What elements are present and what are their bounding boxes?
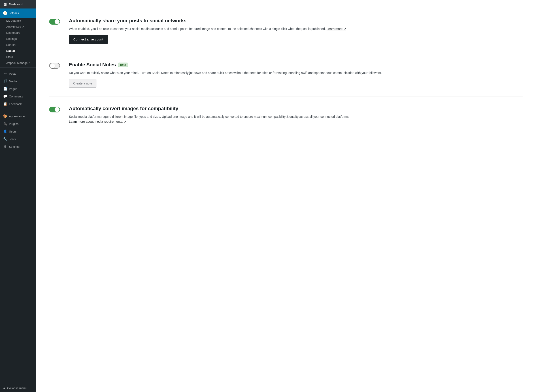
sidebar-item-plugins[interactable]: 🔌 Plugins [0, 120, 36, 128]
pages-label: Pages [9, 87, 17, 90]
comments-icon: 💬 [3, 94, 7, 98]
plugins-icon: 🔌 [3, 122, 7, 126]
jetpack-manage-label: Jetpack Manage [6, 61, 28, 65]
sidebar-item-social[interactable]: Social [0, 48, 36, 54]
sidebar-item-settings[interactable]: Settings [0, 36, 36, 42]
sidebar-item-pages[interactable]: 📄 Pages [0, 85, 36, 93]
settings-icon: ⚙ [3, 145, 7, 149]
jetpack-submenu: My Jetpack Activity Log ↗ Dashboard Sett… [0, 18, 36, 66]
settings-main-label: Settings [9, 145, 19, 148]
appearance-label: Appearance [9, 115, 25, 118]
external-link-icon-manage: ↗ [28, 61, 30, 64]
collapse-label: Collapse menu [7, 386, 27, 390]
auto-convert-content: Automatically convert images for compati… [69, 106, 522, 128]
main-content: Automatically share your posts to social… [36, 0, 536, 392]
sidebar-jetpack-label: Jetpack [9, 11, 19, 15]
auto-share-desc: When enabled, you'll be able to connect … [69, 26, 522, 31]
tools-label: Tools [9, 137, 16, 141]
sidebar-item-settings-main[interactable]: ⚙ Settings [0, 143, 36, 150]
auto-convert-toggle-col [49, 106, 60, 113]
settings-label: Settings [6, 37, 17, 40]
auto-share-content: Automatically share your posts to social… [69, 18, 522, 44]
auto-convert-title: Automatically convert images for compati… [69, 106, 522, 112]
tools-icon: 🔧 [3, 137, 7, 141]
collapse-icon: ◀ [3, 386, 5, 390]
auto-convert-desc: Social media platforms require different… [69, 114, 522, 124]
social-notes-toggle[interactable] [49, 63, 60, 69]
social-notes-content: Enable Social Notes Beta Do you want to … [69, 62, 522, 87]
social-label: Social [6, 49, 15, 52]
auto-convert-learn-more-link[interactable]: Learn more about media requirements. ↗ [69, 120, 127, 123]
dashboard-sub-label: Dashboard [6, 31, 21, 34]
dashboard-icon: ⊞ [3, 2, 7, 6]
sidebar-item-appearance[interactable]: 🎨 Appearance [0, 112, 36, 120]
sidebar-divider-2 [0, 110, 36, 110]
sidebar-item-feedback[interactable]: 📋 Feedback [0, 100, 36, 108]
sidebar-item-my-jetpack[interactable]: My Jetpack [0, 18, 36, 24]
sidebar-main-section: ✏ Posts 🎵 Media 📄 Pages 💬 Comments 📋 Fee… [0, 69, 36, 109]
users-icon: 👤 [3, 129, 7, 133]
sidebar-item-media[interactable]: 🎵 Media [0, 77, 36, 85]
posts-label: Posts [9, 72, 16, 75]
sidebar: ⊞ Dashboard ⚡ Jetpack › My Jetpack Activ… [0, 0, 36, 392]
feature-social-notes: Enable Social Notes Beta Do you want to … [49, 53, 522, 97]
chevron-right-icon: › [31, 11, 33, 15]
external-link-icon: ↗ [22, 25, 24, 28]
sidebar-item-users[interactable]: 👤 Users [0, 128, 36, 135]
auto-share-title: Automatically share your posts to social… [69, 18, 522, 24]
sidebar-item-stats[interactable]: Stats [0, 54, 36, 60]
comments-label: Comments [9, 95, 23, 98]
sidebar-item-activity-log[interactable]: Activity Log ↗ [0, 24, 36, 30]
social-notes-toggle-knob [50, 63, 55, 68]
connect-account-button[interactable]: Connect an account [69, 35, 108, 44]
auto-share-toggle-col [49, 18, 60, 25]
beta-badge: Beta [118, 63, 128, 67]
sidebar-admin-section: 🎨 Appearance 🔌 Plugins 👤 Users 🔧 Tools ⚙… [0, 112, 36, 151]
my-jetpack-label: My Jetpack [6, 19, 21, 22]
feedback-label: Feedback [9, 102, 22, 106]
auto-share-toggle[interactable] [49, 19, 60, 25]
auto-share-toggle-knob [55, 19, 60, 24]
media-label: Media [9, 79, 17, 83]
plugins-label: Plugins [9, 122, 19, 126]
sidebar-dashboard-label: Dashboard [9, 3, 23, 6]
collapse-menu-button[interactable]: ◀ Collapse menu [0, 384, 36, 392]
stats-label: Stats [6, 55, 13, 59]
social-notes-title: Enable Social Notes Beta [69, 62, 522, 68]
feature-auto-convert: Automatically convert images for compati… [49, 97, 522, 137]
search-label: Search [6, 43, 15, 47]
auto-convert-toggle[interactable] [49, 107, 60, 112]
appearance-icon: 🎨 [3, 114, 7, 118]
sidebar-item-comments[interactable]: 💬 Comments [0, 93, 36, 100]
feedback-icon: 📋 [3, 102, 7, 106]
media-icon: 🎵 [3, 79, 7, 83]
users-label: Users [9, 130, 17, 133]
sidebar-item-jetpack[interactable]: ⚡ Jetpack › [0, 9, 36, 18]
sidebar-item-posts[interactable]: ✏ Posts [0, 70, 36, 77]
social-notes-desc: Do you want to quickly share what's on y… [69, 70, 522, 75]
sidebar-item-tools[interactable]: 🔧 Tools [0, 135, 36, 143]
feature-auto-share: Automatically share your posts to social… [49, 9, 522, 53]
auto-share-learn-more-link[interactable]: Learn more ↗ [327, 27, 346, 31]
sidebar-item-dashboard[interactable]: Dashboard [0, 30, 36, 36]
create-note-button[interactable]: Create a note [69, 79, 96, 88]
jetpack-icon: ⚡ [3, 11, 7, 15]
auto-convert-toggle-knob [55, 107, 60, 112]
social-notes-toggle-col [49, 62, 60, 70]
activity-log-label: Activity Log [6, 25, 21, 28]
pages-icon: 📄 [3, 87, 7, 91]
sidebar-item-dashboard[interactable]: ⊞ Dashboard [0, 0, 36, 9]
sidebar-item-search[interactable]: Search [0, 42, 36, 48]
posts-icon: ✏ [3, 71, 7, 75]
sidebar-item-jetpack-manage[interactable]: Jetpack Manage ↗ [0, 60, 36, 66]
sidebar-divider [0, 67, 36, 67]
